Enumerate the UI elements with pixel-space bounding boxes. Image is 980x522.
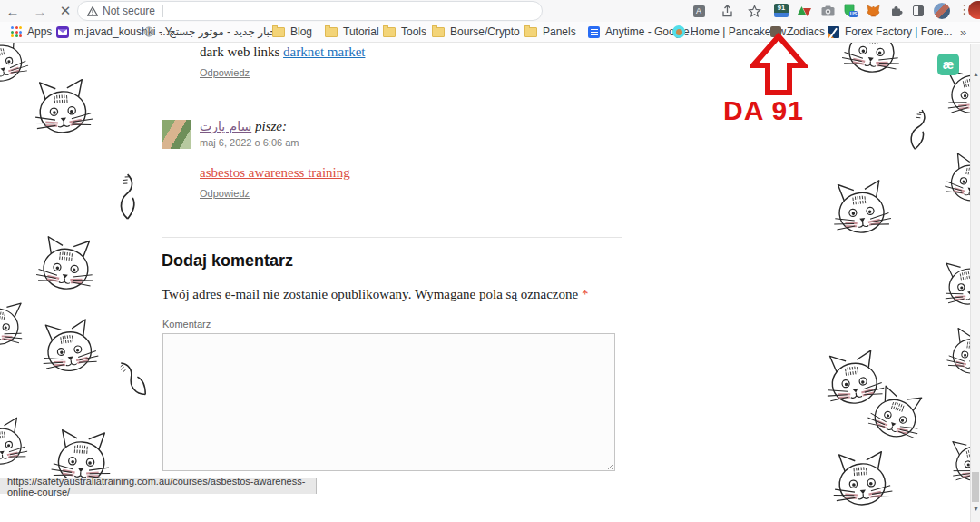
bookmark-label: Panels xyxy=(543,25,576,38)
document-icon xyxy=(588,26,600,38)
da-badge: 91 xyxy=(774,4,789,13)
bookmark-folder-blog[interactable]: Blog xyxy=(272,22,312,42)
address-bar[interactable]: Not secure xyxy=(77,1,543,21)
chip-divider xyxy=(162,5,163,17)
mail-icon xyxy=(56,26,69,38)
camera-extension-icon[interactable] xyxy=(820,4,835,18)
bookmark-label: Forex Factory | Fore... xyxy=(845,25,952,38)
annotation-arrow-up xyxy=(750,33,808,96)
back-icon[interactable]: ← xyxy=(2,0,24,22)
bookmark-forex-factory[interactable]: Forex Factory | Fore... xyxy=(828,22,952,42)
reply-link[interactable]: Odpowiedz xyxy=(200,67,250,78)
folder-icon xyxy=(432,27,445,37)
comment-author-line: سام پارت pisze: xyxy=(200,118,287,134)
scroll-up-arrow[interactable]: ▲ xyxy=(972,71,980,77)
trading-triangles-extension-icon[interactable] xyxy=(798,4,812,18)
folder-icon xyxy=(383,27,396,37)
bookmark-star-icon[interactable] xyxy=(747,4,761,18)
says-label: pisze: xyxy=(251,119,287,133)
bookmark-folder-tutorial[interactable]: Tutorial xyxy=(325,22,379,42)
bookmark-folder-panels[interactable]: Panels xyxy=(524,22,576,42)
vpn-us-extension-icon[interactable]: US xyxy=(843,4,858,18)
stop-icon[interactable]: ✕ xyxy=(54,0,76,22)
bookmark-label: Tutorial xyxy=(343,25,379,38)
asbestos-training-link[interactable]: asbestos awareness training xyxy=(200,165,350,181)
bookmark-label: Bourse/Crypto xyxy=(450,25,520,38)
apps-grid-icon xyxy=(11,26,22,37)
webpage-viewport: dark web links darknet market Odpowiedz … xyxy=(0,43,980,522)
commenter-avatar xyxy=(162,120,191,149)
email-notice: Twój adres e-mail nie zostanie opublikow… xyxy=(162,287,588,302)
folder-icon xyxy=(524,27,537,37)
bookmark-label: Blog xyxy=(290,25,312,38)
scroll-down-arrow[interactable]: ▼ xyxy=(972,506,980,512)
globe-icon xyxy=(143,26,154,37)
comment-textarea[interactable] xyxy=(162,333,615,471)
bookmark-apps[interactable]: Apps xyxy=(11,22,52,42)
comment-text-fragment: dark web links xyxy=(200,44,283,59)
notice-text: Twój adres e-mail nie zostanie opublikow… xyxy=(162,287,582,301)
comment-text: dark web links darknet market xyxy=(200,44,365,60)
comment-field-label: Komentarz xyxy=(162,319,211,330)
comment-textarea-wrap xyxy=(162,333,615,471)
commenter-name-link[interactable]: سام پارت xyxy=(200,119,251,133)
ae-extension-badge[interactable]: æ xyxy=(937,54,959,75)
bookmark-news-search[interactable]: اخبار جديد - موتور جستج... xyxy=(143,22,279,42)
vpn-us-badge: US xyxy=(850,11,858,16)
bookmarks-overflow-chevron[interactable]: » xyxy=(960,22,966,42)
comment-date: maj 6, 2022 o 6:06 am xyxy=(200,137,299,148)
bookmark-label: اخبار جديد - موتور جستج... xyxy=(160,25,279,38)
bookmark-folder-bourse-crypto[interactable]: Bourse/Crypto xyxy=(432,22,520,42)
browser-toolbar: ← → ✕ Not secure A 91 xyxy=(0,0,980,22)
profile-avatar[interactable] xyxy=(934,3,950,19)
metamask-fox-icon[interactable] xyxy=(866,4,880,18)
pancakeswap-icon xyxy=(672,25,685,38)
security-label: Not secure xyxy=(103,5,155,17)
da-checker-extension-icon[interactable]: 91 xyxy=(774,4,789,17)
add-comment-heading: Dodaj komentarz xyxy=(162,251,293,271)
bookmark-folder-tools[interactable]: Tools xyxy=(383,22,426,42)
bookmarks-bar: Apps m.javad_koushki - Y... اخبار جديد -… xyxy=(0,22,980,43)
share-icon[interactable] xyxy=(720,4,734,18)
reader-panel-icon[interactable] xyxy=(911,4,926,18)
warning-icon xyxy=(87,6,98,16)
reply-link[interactable]: Odpowiedz xyxy=(200,188,250,199)
annotation-da-91: DA 91 xyxy=(723,95,804,126)
update-badge[interactable] xyxy=(968,1,980,19)
bookmark-label: Tools xyxy=(401,25,426,38)
status-url-bar: https://safetyaustraliatraining.com.au/c… xyxy=(0,478,317,494)
section-divider xyxy=(162,237,622,238)
not-secure-chip[interactable]: Not secure xyxy=(87,5,155,17)
extensions-puzzle-icon[interactable] xyxy=(889,4,904,18)
required-asterisk: * xyxy=(582,287,589,301)
folder-icon xyxy=(325,27,338,37)
darknet-market-link[interactable]: darknet market xyxy=(283,44,365,59)
scrollbar-thumb[interactable] xyxy=(972,472,979,502)
bookmark-label: Apps xyxy=(27,25,52,38)
forex-factory-icon xyxy=(828,26,839,38)
folder-icon xyxy=(272,27,285,37)
translate-icon[interactable]: A xyxy=(691,4,706,18)
forward-icon[interactable]: → xyxy=(29,0,51,22)
page-scrollbar[interactable]: ▲ ▼ xyxy=(970,44,980,522)
